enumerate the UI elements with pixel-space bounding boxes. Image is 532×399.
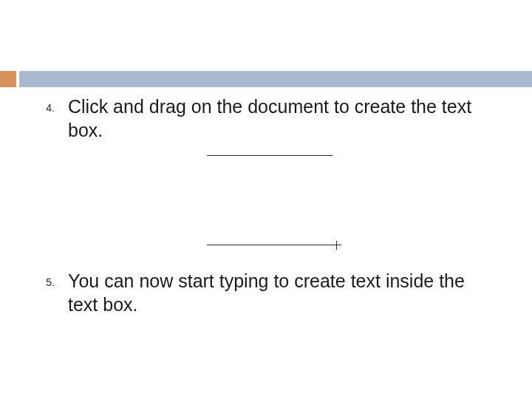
list-item: 4. Click and drag on the document to cre… xyxy=(30,95,497,142)
crosshair-cursor-icon xyxy=(332,241,341,250)
drag-end-line xyxy=(207,245,332,245)
list-number: 5. xyxy=(30,269,68,288)
title-bar xyxy=(0,71,532,87)
list-text: Click and drag on the document to create… xyxy=(68,95,497,142)
slide: 4. Click and drag on the document to cre… xyxy=(0,0,532,399)
list-item: 5. You can now start typing to create te… xyxy=(30,269,497,316)
drag-start-line xyxy=(207,155,332,156)
textbox-drag-illustration xyxy=(207,155,340,250)
list-text: You can now start typing to create text … xyxy=(68,269,497,316)
title-main-bar xyxy=(19,71,532,87)
title-accent-block xyxy=(0,71,16,87)
list-number: 4. xyxy=(30,95,68,114)
